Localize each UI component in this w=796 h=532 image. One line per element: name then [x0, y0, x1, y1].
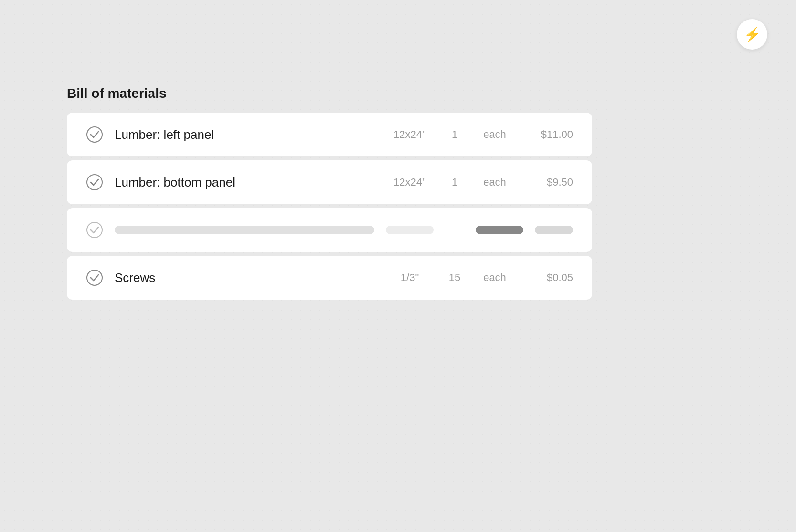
- item-unit-4: each: [476, 271, 514, 284]
- item-name-2: Lumber: bottom panel: [115, 175, 374, 190]
- check-icon-4[interactable]: [86, 269, 103, 286]
- svg-point-1: [87, 175, 102, 190]
- lightning-button[interactable]: ⚡: [737, 19, 767, 50]
- item-size-2: 12x24": [386, 176, 434, 188]
- main-content: Bill of materials Lumber: left panel 12x…: [67, 86, 592, 300]
- check-icon-3[interactable]: [86, 221, 103, 239]
- item-name-1: Lumber: left panel: [115, 127, 374, 142]
- item-name-4: Screws: [115, 271, 374, 285]
- item-qty-1: 1: [445, 128, 464, 141]
- item-unit-1: each: [476, 128, 514, 141]
- svg-point-0: [87, 127, 102, 142]
- table-row: Screws 1/3" 15 each $0.05: [67, 256, 592, 300]
- check-icon-2[interactable]: [86, 174, 103, 191]
- check-icon-1[interactable]: [86, 126, 103, 143]
- item-size-1: 12x24": [386, 128, 434, 141]
- page-title: Bill of materials: [67, 86, 592, 101]
- lightning-icon: ⚡: [744, 27, 761, 42]
- item-price-2: $9.50: [525, 176, 573, 188]
- table-row: Lumber: bottom panel 12x24" 1 each $9.50: [67, 160, 592, 204]
- item-qty-2: 1: [445, 176, 464, 188]
- item-size-4: 1/3": [386, 271, 434, 284]
- loading-bar-size: [386, 226, 434, 234]
- loading-bar-price: [535, 226, 573, 234]
- table-row: Lumber: left panel 12x24" 1 each $11.00: [67, 113, 592, 156]
- svg-point-3: [87, 270, 102, 285]
- items-list: Lumber: left panel 12x24" 1 each $11.00 …: [67, 113, 592, 300]
- item-qty-4: 15: [445, 271, 464, 284]
- table-row-loading: [67, 208, 592, 252]
- item-price-4: $0.05: [525, 271, 573, 284]
- loading-bar-name: [115, 226, 374, 234]
- item-price-1: $11.00: [525, 128, 573, 141]
- loading-bar-unit: [476, 226, 523, 234]
- svg-point-2: [87, 222, 102, 238]
- item-unit-2: each: [476, 176, 514, 188]
